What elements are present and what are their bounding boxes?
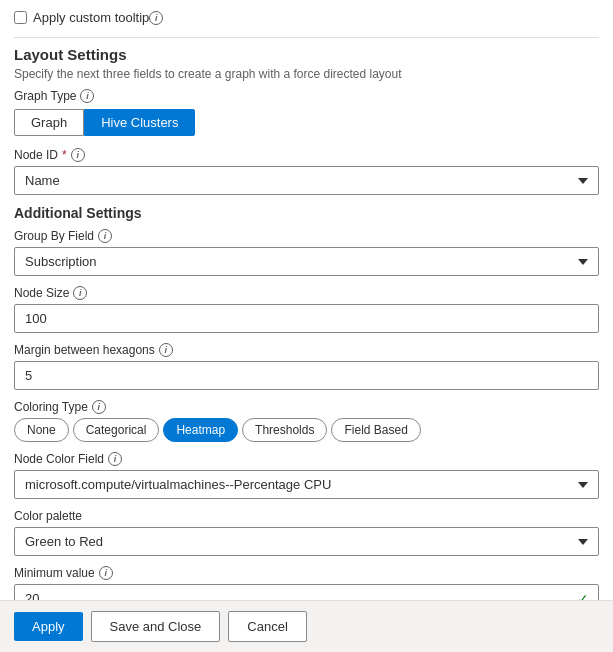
margin-hexagons-label-text: Margin between hexagons — [14, 343, 155, 357]
node-id-info-icon[interactable]: i — [71, 148, 85, 162]
color-palette-select[interactable]: Green to Red — [14, 527, 599, 556]
min-value-label-row: Minimum value i — [14, 566, 599, 580]
footer-bar: Apply Save and Close Cancel — [0, 600, 613, 652]
coloring-thresholds-btn[interactable]: Thresholds — [242, 418, 327, 442]
node-id-field: Node ID * i Name — [14, 148, 599, 195]
node-color-select[interactable]: microsoft.compute/virtualmachines--Perce… — [14, 470, 599, 499]
group-by-label-row: Group By Field i — [14, 229, 599, 243]
min-value-label-text: Minimum value — [14, 566, 95, 580]
graph-type-field: Graph Type i Graph Hive Clusters — [14, 89, 599, 136]
coloring-field-based-btn[interactable]: Field Based — [331, 418, 420, 442]
node-size-info-icon[interactable]: i — [73, 286, 87, 300]
custom-tooltip-label: Apply custom tooltip — [33, 10, 149, 25]
node-size-field: Node Size i — [14, 286, 599, 333]
coloring-type-group: None Categorical Heatmap Thresholds Fiel… — [14, 418, 599, 442]
additional-settings-title: Additional Settings — [14, 205, 599, 221]
node-size-input[interactable] — [14, 304, 599, 333]
node-size-label-row: Node Size i — [14, 286, 599, 300]
coloring-type-info-icon[interactable]: i — [92, 400, 106, 414]
coloring-type-field: Coloring Type i None Categorical Heatmap… — [14, 400, 599, 442]
coloring-categorical-btn[interactable]: Categorical — [73, 418, 160, 442]
layout-settings-title: Layout Settings — [14, 46, 599, 63]
margin-hexagons-field: Margin between hexagons i — [14, 343, 599, 390]
group-by-info-icon[interactable]: i — [98, 229, 112, 243]
layout-settings-section: Layout Settings Specify the next three f… — [14, 46, 599, 195]
margin-hexagons-label-row: Margin between hexagons i — [14, 343, 599, 357]
top-divider — [14, 37, 599, 38]
node-color-field: Node Color Field i microsoft.compute/vir… — [14, 452, 599, 499]
node-color-info-icon[interactable]: i — [108, 452, 122, 466]
margin-hexagons-input[interactable] — [14, 361, 599, 390]
apply-button[interactable]: Apply — [14, 612, 83, 641]
color-palette-label-text: Color palette — [14, 509, 82, 523]
node-id-label-row: Node ID * i — [14, 148, 599, 162]
graph-type-hive-btn[interactable]: Hive Clusters — [84, 109, 195, 136]
custom-tooltip-info-icon[interactable]: i — [149, 11, 163, 25]
graph-type-graph-btn[interactable]: Graph — [14, 109, 84, 136]
coloring-none-btn[interactable]: None — [14, 418, 69, 442]
node-id-select[interactable]: Name — [14, 166, 599, 195]
graph-type-label-text: Graph Type — [14, 89, 76, 103]
coloring-type-label-row: Coloring Type i — [14, 400, 599, 414]
node-color-label-text: Node Color Field — [14, 452, 104, 466]
node-id-required-mark: * — [62, 148, 67, 162]
min-value-info-icon[interactable]: i — [99, 566, 113, 580]
node-color-label-row: Node Color Field i — [14, 452, 599, 466]
additional-settings-section: Additional Settings Group By Field i Sub… — [14, 205, 599, 652]
custom-tooltip-checkbox[interactable] — [14, 11, 27, 24]
group-by-select[interactable]: Subscription — [14, 247, 599, 276]
node-size-label-text: Node Size — [14, 286, 69, 300]
layout-settings-desc: Specify the next three fields to create … — [14, 67, 599, 81]
coloring-heatmap-btn[interactable]: Heatmap — [163, 418, 238, 442]
save-close-button[interactable]: Save and Close — [91, 611, 221, 642]
coloring-type-label-text: Coloring Type — [14, 400, 88, 414]
graph-type-toggle-group: Graph Hive Clusters — [14, 109, 599, 136]
group-by-label-text: Group By Field — [14, 229, 94, 243]
graph-type-info-icon[interactable]: i — [80, 89, 94, 103]
custom-tooltip-row: Apply custom tooltip i — [14, 10, 599, 25]
group-by-field: Group By Field i Subscription — [14, 229, 599, 276]
color-palette-field: Color palette Green to Red — [14, 509, 599, 556]
color-palette-label-row: Color palette — [14, 509, 599, 523]
margin-hexagons-info-icon[interactable]: i — [159, 343, 173, 357]
cancel-button[interactable]: Cancel — [228, 611, 306, 642]
node-id-label-text: Node ID — [14, 148, 58, 162]
graph-type-label-row: Graph Type i — [14, 89, 599, 103]
